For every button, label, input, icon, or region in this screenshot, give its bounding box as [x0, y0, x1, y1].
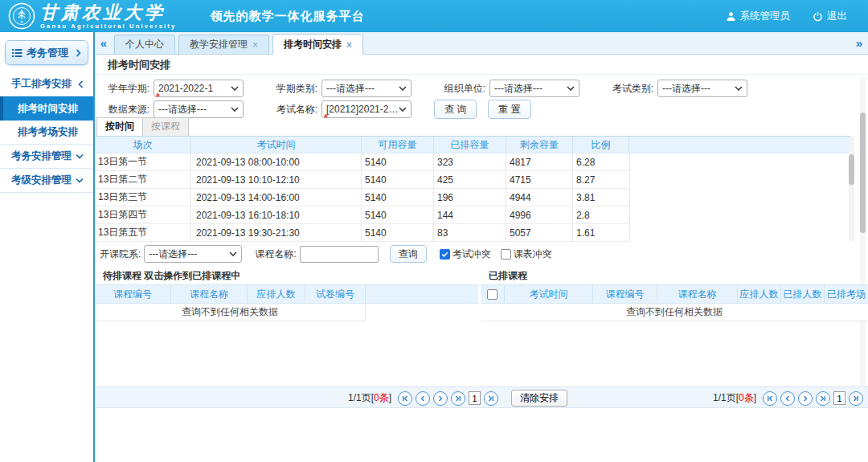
sidebar: 考务管理 手工排考安排 排考时间安排 排考考场安排 考务安排管理 考级安排管理: [0, 32, 95, 462]
checkbox-unchecked-icon: [487, 289, 497, 300]
field-label: 学年学期:: [95, 82, 149, 96]
sidebar-group-exam-arrangement[interactable]: 考务安排管理: [0, 145, 93, 169]
filter-row-1: 学年学期: 2021-2022-1 * 学期类别: ---请选择--- 组织单位…: [95, 78, 868, 99]
sidebar-item-label: 排考时间安排: [18, 102, 78, 116]
record-count: 0条: [739, 392, 754, 403]
last-page-button[interactable]: [816, 391, 830, 406]
dropdown-arrow-icon: [399, 86, 407, 91]
last-page-button[interactable]: [451, 391, 465, 406]
record-count: 0条: [374, 392, 389, 403]
sidebar-group-label: 考务安排管理: [11, 149, 72, 163]
exam-name-select[interactable]: [20212]2021-2022学年: [321, 100, 411, 118]
tab-exam-time-arrangement[interactable]: 排考时间安排 ×: [272, 34, 363, 55]
search-button[interactable]: 查 询: [434, 100, 477, 119]
col-header-filler: [629, 137, 850, 153]
go-page-button[interactable]: [484, 391, 498, 406]
go-page-icon: [486, 394, 496, 403]
course-name-input[interactable]: [300, 246, 379, 263]
table-row[interactable]: 13日第一节2021-09-13 08:00-10:00 5140323 481…: [95, 153, 630, 171]
col-header-expected-count[interactable]: 应排人数: [738, 285, 781, 303]
col-header-exam-time[interactable]: 考试时间: [191, 137, 362, 153]
select-all-checkbox[interactable]: [481, 285, 505, 303]
logout-button[interactable]: 退出: [813, 10, 847, 23]
pagination-bar: 1/1页[0条] 清除安排 1/: [95, 386, 868, 408]
table-row[interactable]: 13日第四节2021-09-13 16:10-18:10 5140144 499…: [95, 206, 630, 224]
table-scrollbar-track: [849, 136, 854, 241]
tabs-scroll-left-icon[interactable]: «: [95, 31, 113, 54]
tab-personal-center[interactable]: 个人中心: [114, 35, 175, 54]
semester-select[interactable]: 2021-2022-1: [154, 80, 244, 97]
prev-page-icon: [783, 394, 792, 403]
clear-arrangement-button[interactable]: 清除安排: [511, 390, 567, 407]
sidebar-item-exam-time[interactable]: 排考时间安排: [0, 96, 93, 121]
col-header-course-id[interactable]: 课程编号: [593, 285, 657, 303]
prev-page-button[interactable]: [416, 391, 430, 406]
col-header-scheduled-rooms[interactable]: 已排考场: [825, 285, 868, 303]
checkbox-checked-icon: [440, 249, 450, 260]
data-source-select[interactable]: ---请选择---: [154, 100, 244, 118]
next-page-button[interactable]: [798, 391, 813, 406]
org-unit-select[interactable]: ---请选择---: [489, 80, 579, 97]
go-page-button[interactable]: [849, 391, 863, 406]
dropdown-arrow-icon: [399, 107, 407, 112]
col-header-course-name[interactable]: 课程名称: [657, 285, 738, 303]
checkbox-unchecked-icon: [501, 249, 511, 260]
term-type-select[interactable]: ---请选择---: [321, 80, 411, 97]
tab-teaching-management[interactable]: 教学安排管理 ×: [178, 35, 269, 54]
first-page-button[interactable]: [398, 391, 412, 406]
page-title: 排考时间安排: [95, 55, 868, 75]
prev-page-button[interactable]: [780, 391, 795, 406]
col-header-exam-time[interactable]: 考试时间: [505, 285, 593, 303]
table-row[interactable]: 13日第二节2021-09-13 10:10-12:10 5140425 471…: [95, 171, 630, 189]
tab-close-icon[interactable]: ×: [252, 39, 258, 51]
university-emblem-icon: [8, 2, 35, 30]
col-header-paper-id[interactable]: 试卷编号: [305, 285, 366, 303]
field-label: 考试类别:: [599, 82, 653, 96]
next-page-button[interactable]: [433, 391, 448, 406]
col-header-expected-count[interactable]: 应排人数: [248, 285, 305, 303]
col-header-course-id[interactable]: 课程编号: [95, 285, 171, 303]
view-tab-by-time[interactable]: 按时间: [96, 117, 143, 136]
scheduled-empty-message: 查询不到任何相关数据: [481, 304, 868, 321]
current-user[interactable]: 系统管理员: [726, 10, 791, 23]
table-row[interactable]: 13日第五节2021-09-13 19:30-21:30 514083 5057…: [95, 224, 630, 242]
sidebar-group-level-arrangement[interactable]: 考级安排管理: [0, 169, 93, 193]
tab-label: 排考时间安排: [284, 38, 342, 51]
pending-empty-message: 查询不到任何相关数据: [95, 304, 366, 321]
col-header-scheduled-count[interactable]: 已排人数: [781, 285, 825, 303]
course-name-label: 课程名称:: [255, 247, 296, 261]
course-search-button[interactable]: 查询: [390, 245, 427, 263]
reset-button[interactable]: 重 置: [488, 100, 530, 119]
dept-select[interactable]: ---请选择---: [144, 245, 242, 263]
tab-close-icon[interactable]: ×: [346, 39, 352, 51]
required-mark: *: [324, 112, 328, 124]
col-header-scheduled-capacity[interactable]: 已排容量: [434, 137, 506, 153]
page-info: 1/1页[: [348, 392, 374, 403]
page-scrollbar-thumb[interactable]: [860, 112, 866, 233]
col-header-remaining-capacity[interactable]: 剩余容量: [506, 137, 573, 153]
exam-conflict-checkbox[interactable]: 考试冲突: [440, 247, 491, 261]
pending-panel-title: 待排课程 双击操作到已排课程中: [95, 267, 478, 284]
table-row[interactable]: 13日第三节2021-09-13 14:00-16:00 5140196 494…: [95, 189, 630, 206]
next-page-icon: [800, 394, 810, 403]
page-number-input[interactable]: [469, 391, 481, 405]
dept-label: 开课院系:: [100, 247, 141, 261]
timetable-conflict-checkbox[interactable]: 课表冲突: [501, 247, 552, 261]
field-label: 数据来源:: [95, 103, 149, 117]
sidebar-root-exam-management[interactable]: 考务管理: [5, 40, 88, 65]
col-header-available-capacity[interactable]: 可用容量: [362, 137, 434, 153]
current-user-label: 系统管理员: [740, 10, 791, 23]
sidebar-group-manual-exam[interactable]: 手工排考安排: [0, 72, 93, 96]
page-content: 排考时间安排 学年学期: 2021-2022-1 * 学期类别: ---请选择-…: [95, 55, 868, 462]
field-label: 组织单位:: [431, 82, 485, 96]
view-tab-by-course[interactable]: 按课程: [143, 117, 189, 136]
col-header-course-name[interactable]: 课程名称: [171, 285, 248, 303]
first-page-button[interactable]: [763, 391, 777, 406]
tabs-scroll-right-icon[interactable]: »: [850, 31, 868, 54]
exam-type-select[interactable]: ---请选择---: [657, 80, 747, 97]
col-header-session[interactable]: 场次: [95, 137, 191, 153]
col-header-ratio[interactable]: 比例: [573, 137, 629, 153]
sidebar-item-exam-room[interactable]: 排考考场安排: [0, 121, 93, 145]
table-scrollbar-thumb[interactable]: [849, 154, 854, 185]
page-number-input[interactable]: [833, 391, 845, 405]
